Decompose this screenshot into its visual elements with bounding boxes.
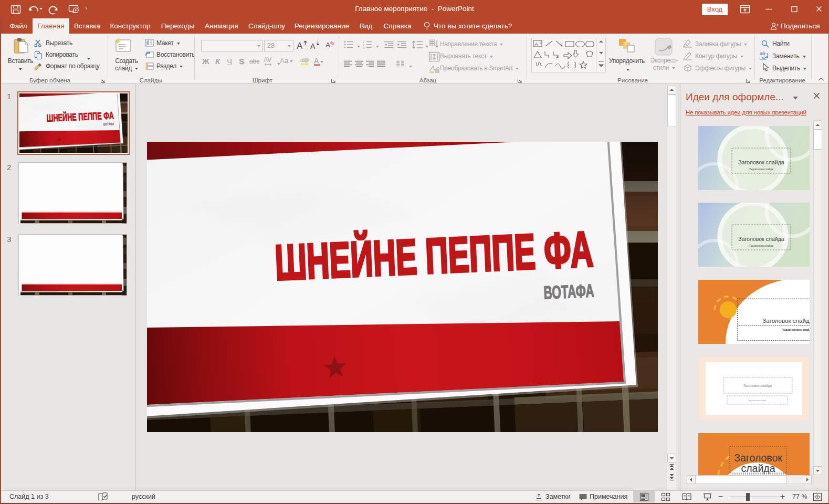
svg-text:AV: AV xyxy=(264,57,271,64)
svg-text:А: А xyxy=(326,41,330,49)
svg-text:A: A xyxy=(535,41,538,47)
svg-text:А: А xyxy=(310,42,316,50)
svg-text:3: 3 xyxy=(363,46,364,49)
svg-text:А: А xyxy=(297,41,303,51)
svg-text:ac: ac xyxy=(761,56,767,60)
